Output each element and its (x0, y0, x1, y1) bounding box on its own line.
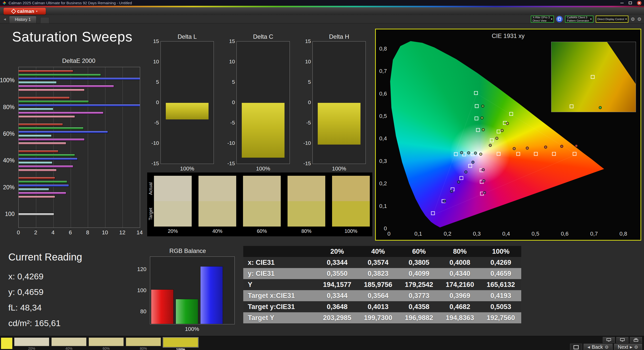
axis-tick-label: 0,6 (376, 91, 387, 97)
printer-icon-button[interactable] (630, 337, 642, 343)
deltae-bar (19, 108, 53, 110)
back-label: Back (592, 344, 603, 350)
deltae-bar (19, 104, 140, 107)
pattern-swatch-20%[interactable]: 20% (14, 337, 49, 350)
pattern-swatch-100%[interactable]: 100% (163, 337, 198, 350)
delta-value-bar (317, 103, 361, 145)
axis-tick-label: 15 (303, 38, 311, 44)
deltae-bar-group (19, 201, 140, 228)
target-square (534, 152, 538, 156)
measured-point (560, 145, 563, 148)
meter-select[interactable]: X-Rite i1Pro 3 Direct View ▾ (531, 16, 554, 23)
measured-point (489, 144, 492, 147)
current-reading-title: Current Reading (8, 251, 82, 263)
axis-tick-label: 0,5 (376, 113, 387, 119)
meter-profile-icon[interactable] (556, 16, 563, 22)
saturation-swatch: 60% (243, 176, 281, 234)
nav-cluster: ◀ Back ⚙ Next ▶ ⚙ (570, 337, 642, 350)
chart-title: Delta H (312, 33, 366, 40)
pattern-source-select[interactable]: CalMAN Client 3 Pattern Generator ▾ (565, 16, 593, 23)
measured-point (526, 147, 529, 150)
measured-point (467, 151, 470, 154)
table-cell: x: CIE31 (243, 257, 317, 268)
axis-tick-label: 100% (0, 77, 15, 84)
measured-point (443, 200, 446, 203)
inset-measured-point (599, 106, 602, 109)
table-cell: 194,8363 (439, 312, 480, 323)
measured-point (479, 153, 482, 156)
pattern-swatch-80%[interactable]: 80% (126, 337, 161, 350)
rgb-y-axis: 12010080 (134, 256, 148, 324)
settings-gear-icon[interactable]: ⚙ (637, 17, 641, 22)
deltae-bar (19, 177, 55, 179)
maximize-icon[interactable] (629, 2, 632, 4)
target-row-label: Target (148, 208, 153, 220)
axis-tick-label: 0,1 (414, 231, 422, 237)
display-icon-button[interactable] (603, 337, 615, 343)
measured-point (482, 179, 485, 182)
target-square (468, 164, 472, 168)
actual-swatch (243, 176, 281, 201)
table-cell: 0,4013 (358, 301, 399, 312)
axis-tick-label: 4 (52, 229, 55, 236)
swatch-color (51, 337, 87, 346)
pattern-swatch-40%[interactable]: 40% (51, 337, 87, 350)
target-square (516, 152, 520, 156)
delta-l-chart: Delta L 100% 151050-5-10-15 (151, 33, 214, 174)
bottombar: 20%40%60%80%100% ◀ Back ⚙ (0, 336, 644, 350)
axis-tick-label: 0,1 (376, 203, 387, 209)
reading-x: x: 0,4269 (8, 272, 44, 281)
target-square (475, 116, 478, 120)
table-cell: Target y:CIE31 (243, 301, 317, 312)
pattern-window-button[interactable] (570, 344, 582, 350)
delta-value-bar (242, 103, 285, 158)
chart-title: Delta C (236, 33, 290, 40)
back-button[interactable]: ◀ Back ⚙ (584, 344, 613, 350)
close-icon[interactable] (637, 1, 641, 5)
table-cell: 0,3969 (439, 290, 480, 301)
measured-point (457, 181, 460, 184)
minimize-icon[interactable] (620, 3, 624, 3)
display2-icon-button[interactable] (616, 337, 628, 343)
deltae-bar (19, 115, 75, 118)
axis-tick-label: 0 (151, 99, 159, 105)
table-cell: 0,3344 (317, 257, 358, 268)
axis-tick-label: -15 (303, 160, 311, 166)
deltae-bar (19, 169, 57, 171)
deltae-bar (19, 138, 85, 141)
table-cell: 0,5053 (480, 301, 521, 312)
next-button[interactable]: Next ▶ ⚙ (614, 344, 642, 350)
pattern-swatch-60%[interactable]: 60% (89, 337, 124, 350)
axis-tick-label: 10 (227, 59, 235, 65)
actual-swatch (154, 176, 192, 201)
deltae-bar (19, 85, 114, 88)
meter-mode: Direct View (533, 19, 550, 22)
target-square (573, 152, 577, 156)
measured-point (483, 191, 486, 194)
swatch-label: 20% (154, 228, 192, 234)
measured-point (471, 161, 474, 164)
tab-history-1[interactable]: History 1 (9, 16, 36, 23)
chevron-down-icon: ▾ (551, 18, 552, 20)
table-cell: 0,3344 (317, 290, 358, 301)
calman-logo-text: calman (17, 9, 34, 14)
table-cell: 179,2542 (398, 279, 439, 290)
table-header (243, 246, 317, 257)
axis-tick-label: 10 (102, 229, 108, 236)
saturation-swatch-panel: Actual Target 20%40%60%80%100% (147, 172, 372, 236)
measured-point (575, 144, 578, 147)
saturation-swatch: 40% (198, 176, 236, 234)
axis-tick-label: 6 (69, 229, 72, 236)
deltae-bar (19, 70, 73, 72)
calman-app-window: Calman 2025 Calman Ultimate for Business… (0, 0, 644, 350)
calman-menu-button[interactable]: calman ▾ (4, 8, 46, 15)
tab-scroll-left-button[interactable]: ◀ (2, 17, 8, 22)
gear-icon[interactable]: ⚙ (631, 17, 635, 22)
axis-tick-label: 2 (34, 229, 37, 236)
display-control-select[interactable]: Direct Display Control ▾ (596, 16, 628, 23)
new-tab-button[interactable] (40, 17, 49, 23)
target-swatch (243, 201, 281, 227)
target-square (459, 176, 463, 180)
axis-tick-label: -15 (227, 160, 235, 166)
axis-tick-label: 80 (134, 308, 146, 315)
